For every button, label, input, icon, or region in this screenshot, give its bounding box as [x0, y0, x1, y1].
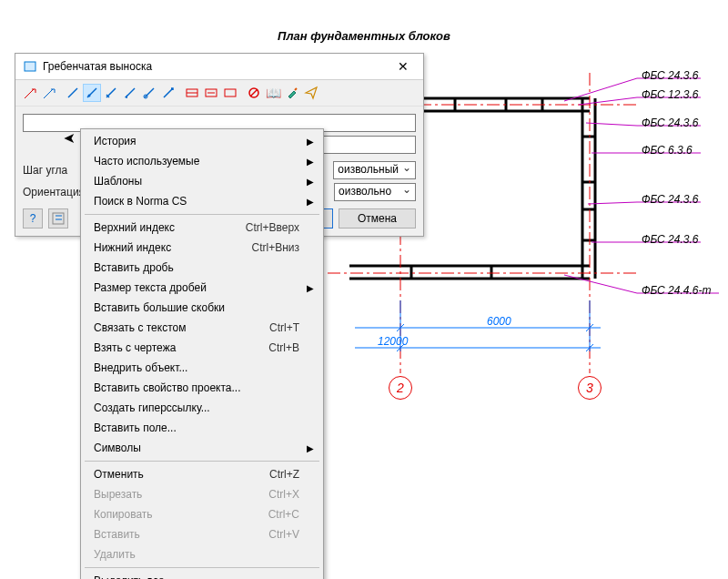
- menu-item-label: Вставить: [94, 528, 268, 541]
- menu-item[interactable]: Символы▶: [83, 438, 321, 458]
- menu-item-label: Вставить свойство проекта...: [94, 381, 299, 394]
- menu-item[interactable]: Нижний индексCtrl+Вниз: [83, 238, 321, 258]
- svg-line-32: [564, 275, 637, 293]
- svg-rect-52: [53, 213, 64, 224]
- menu-item-label: Вставить дробь: [94, 261, 299, 274]
- menu-item[interactable]: ОтменитьCtrl+Z: [83, 464, 321, 484]
- svg-line-24: [586, 123, 637, 126]
- menu-item: КопироватьCtrl+C: [83, 504, 321, 524]
- send-button[interactable]: [302, 84, 320, 102]
- book-icon-button[interactable]: 📖: [264, 84, 282, 102]
- step-dropdown[interactable]: оизвольный: [333, 161, 416, 179]
- svg-point-43: [88, 95, 91, 97]
- arrow-style-2-button[interactable]: [40, 84, 58, 102]
- menu-item-label: Копировать: [94, 508, 268, 521]
- orientation-label: Ориентация: [23, 186, 85, 198]
- border-2-button[interactable]: [202, 84, 220, 102]
- submenu-arrow-icon: ▶: [307, 443, 314, 453]
- fraction-1-button[interactable]: [64, 84, 82, 102]
- dim-label-12000: 12000: [378, 335, 408, 348]
- menu-shortcut: Ctrl+T: [269, 321, 299, 334]
- menu-item-label: Создать гиперссылку...: [94, 401, 299, 414]
- orient-dropdown[interactable]: оизвольно: [334, 183, 416, 201]
- block-label: ФБС 24.3.6: [642, 117, 698, 129]
- menu-item-label: Вставить поле...: [94, 422, 299, 434]
- menu-shortcut: Ctrl+B: [268, 341, 299, 354]
- svg-rect-49: [225, 89, 236, 96]
- menu-shortcut: Ctrl+Z: [269, 468, 299, 481]
- menu-item-label: Отменить: [94, 468, 269, 481]
- cancel-button[interactable]: Отмена: [339, 208, 416, 229]
- menu-item-label: Верхний индекс: [94, 221, 246, 234]
- menu-shortcut: Ctrl+Вверх: [246, 221, 299, 234]
- menu-item[interactable]: Связать с текстомCtrl+T: [83, 318, 321, 338]
- menu-item[interactable]: Часто используемые▶: [83, 151, 321, 171]
- svg-line-20: [564, 78, 637, 101]
- svg-rect-42: [25, 62, 35, 71]
- menu-item-label: Взять с чертежа: [94, 341, 268, 354]
- submenu-arrow-icon: ▶: [307, 177, 314, 187]
- arrow-style-1-button[interactable]: [21, 84, 39, 102]
- axis-marker-2: 2: [389, 376, 412, 400]
- drawing-title: План фундаментных блоков: [0, 29, 728, 43]
- menu-shortcut: Ctrl+C: [268, 508, 299, 521]
- submenu-arrow-icon: ▶: [307, 157, 314, 167]
- no-symbol-button[interactable]: [245, 84, 263, 102]
- fraction-4-button[interactable]: [121, 84, 139, 102]
- dim-label-6000: 6000: [487, 315, 511, 328]
- menu-item-label: Вставить большие скобки: [94, 301, 299, 314]
- dialog-toolbar: 📖: [15, 80, 423, 107]
- submenu-arrow-icon: ▶: [307, 197, 314, 207]
- submenu-arrow-icon: ▶: [307, 283, 314, 293]
- menu-item[interactable]: Выделить все: [83, 571, 321, 579]
- menu-item-label: Внедрить объект...: [94, 361, 299, 374]
- help-button[interactable]: ?: [23, 208, 43, 229]
- block-label: ФБС 24.3.6: [642, 69, 698, 82]
- fraction-6-button[interactable]: [159, 84, 177, 102]
- menu-item[interactable]: Вставить дробь: [83, 258, 321, 278]
- menu-item[interactable]: Шаблоны▶: [83, 171, 321, 191]
- border-3-button[interactable]: [221, 84, 239, 102]
- fraction-3-button[interactable]: [102, 84, 120, 102]
- menu-item-label: Символы: [94, 442, 299, 454]
- menu-item[interactable]: Размер текста дробей▶: [83, 278, 321, 298]
- menu-item[interactable]: Вставить свойство проекта...: [83, 378, 321, 398]
- menu-item: ВставитьCtrl+V: [83, 524, 321, 544]
- help-icon: ?: [30, 212, 36, 225]
- dialog-icon: [23, 59, 37, 74]
- menu-item[interactable]: Вставить поле...: [83, 418, 321, 438]
- submenu-arrow-icon: ▶: [307, 137, 314, 147]
- menu-item: Удалить: [83, 544, 321, 564]
- fraction-5-button[interactable]: [140, 84, 158, 102]
- menu-shortcut: Ctrl+X: [268, 488, 299, 501]
- menu-item[interactable]: Взять с чертежаCtrl+B: [83, 338, 321, 358]
- menu-item[interactable]: Поиск в Norma CS▶: [83, 191, 321, 211]
- menu-item-label: Вырезать: [94, 488, 268, 501]
- svg-line-22: [579, 97, 637, 105]
- close-button[interactable]: ✕: [390, 59, 416, 74]
- dialog-title: Гребенчатая выноска: [43, 60, 390, 73]
- dialog-titlebar[interactable]: Гребенчатая выноска ✕: [15, 54, 423, 80]
- menu-item[interactable]: Внедрить объект...: [83, 358, 321, 378]
- menu-item-label: Выделить все: [94, 574, 299, 579]
- menu-item-label: Нижний индекс: [94, 241, 251, 254]
- menu-item[interactable]: Вставить большие скобки: [83, 298, 321, 318]
- fraction-2-button[interactable]: [83, 84, 101, 102]
- step-angle-label: Шаг угла: [23, 164, 67, 177]
- menu-item-label: Связать с текстом: [94, 321, 269, 334]
- border-1-button[interactable]: [183, 84, 201, 102]
- pipette-button[interactable]: [283, 84, 301, 102]
- block-label: ФБС 24.3.6: [642, 233, 698, 246]
- menu-item[interactable]: Верхний индексCtrl+Вверх: [83, 218, 321, 238]
- axis-marker-3: 3: [578, 376, 602, 400]
- block-label: ФБС 24.3.6: [642, 193, 698, 206]
- tree-icon: [52, 212, 65, 225]
- tree-button[interactable]: [48, 208, 68, 229]
- menu-shortcut: Ctrl+Вниз: [251, 241, 299, 254]
- menu-item[interactable]: Создать гиперссылку...: [83, 398, 321, 418]
- svg-line-51: [250, 89, 258, 96]
- menu-item: ВырезатьCtrl+X: [83, 484, 321, 504]
- book-icon: 📖: [266, 86, 280, 100]
- svg-line-28: [588, 202, 637, 204]
- menu-item[interactable]: История▶: [83, 131, 321, 151]
